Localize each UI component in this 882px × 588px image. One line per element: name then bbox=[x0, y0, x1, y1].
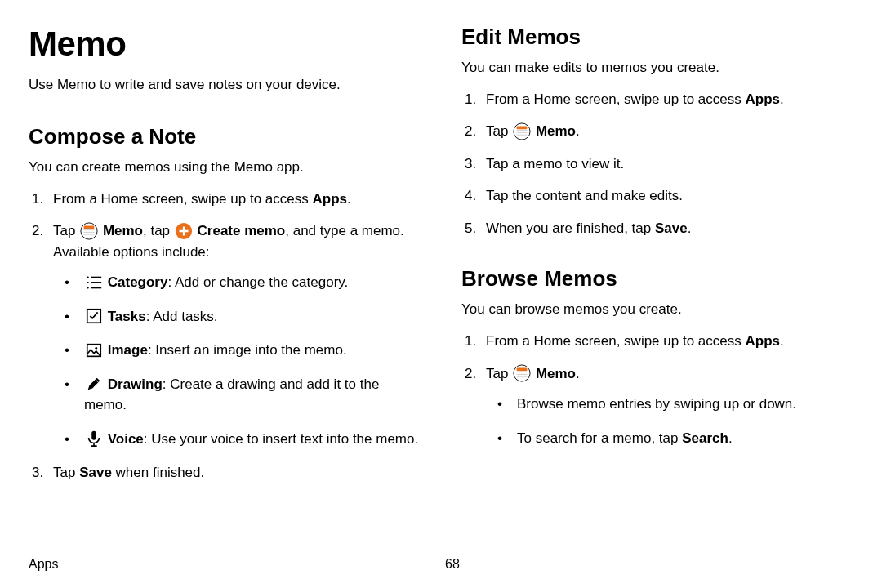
edit-step-1: From a Home screen, swipe up to access A… bbox=[461, 89, 853, 110]
browse-desc: You can browse memos you create. bbox=[461, 300, 853, 319]
svg-point-14 bbox=[95, 346, 97, 349]
memo-icon bbox=[513, 364, 531, 382]
svg-point-16 bbox=[514, 123, 530, 140]
browse-subitems: Browse memo entries by swiping up or dow… bbox=[486, 394, 853, 448]
browse-sub-1: Browse memo entries by swiping up or dow… bbox=[486, 394, 853, 415]
compose-heading: Compose a Note bbox=[29, 124, 421, 149]
memo-icon bbox=[513, 122, 531, 140]
svg-rect-23 bbox=[517, 372, 528, 372]
svg-rect-15 bbox=[91, 431, 96, 440]
compose-steps: From a Home screen, swipe up to access A… bbox=[29, 189, 421, 483]
svg-rect-2 bbox=[84, 229, 95, 230]
footer-page-number: 68 bbox=[437, 557, 853, 572]
option-tasks: Tasks: Add tasks. bbox=[53, 306, 421, 327]
footer-section: Apps bbox=[29, 557, 437, 572]
edit-heading: Edit Memos bbox=[461, 24, 853, 50]
edit-step-2: Tap Memo. bbox=[461, 121, 853, 142]
option-voice: Voice: Use your voice to insert text int… bbox=[53, 429, 421, 450]
svg-rect-3 bbox=[84, 232, 95, 233]
compose-step-1: From a Home screen, swipe up to access A… bbox=[29, 189, 421, 210]
edit-steps: From a Home screen, swipe up to access A… bbox=[461, 89, 853, 239]
memo-icon bbox=[80, 222, 98, 240]
svg-rect-7 bbox=[91, 276, 101, 278]
svg-point-6 bbox=[87, 276, 89, 278]
svg-rect-4 bbox=[84, 234, 95, 234]
svg-rect-19 bbox=[517, 132, 528, 133]
right-column: Edit Memos You can make edits to memos y… bbox=[461, 24, 853, 511]
svg-rect-18 bbox=[517, 130, 528, 131]
page-footer: Apps 68 bbox=[29, 557, 853, 572]
browse-heading: Browse Memos bbox=[461, 266, 853, 292]
svg-rect-22 bbox=[517, 368, 528, 372]
left-column: Memo Use Memo to write and save notes on… bbox=[29, 24, 421, 511]
option-category: Category: Add or change the category. bbox=[53, 272, 421, 293]
compose-section: Compose a Note You can create memos usin… bbox=[29, 124, 421, 483]
tasks-icon bbox=[85, 307, 103, 325]
svg-point-21 bbox=[514, 365, 530, 381]
edit-step-3: Tap a memo to view it. bbox=[461, 154, 853, 175]
svg-rect-24 bbox=[517, 374, 528, 375]
svg-rect-11 bbox=[91, 287, 101, 288]
page-title: Memo bbox=[29, 24, 421, 64]
voice-icon bbox=[85, 430, 103, 448]
option-drawing: Drawing: Create a drawing and add it to … bbox=[53, 374, 421, 416]
svg-rect-9 bbox=[91, 282, 101, 283]
edit-section: Edit Memos You can make edits to memos y… bbox=[461, 24, 853, 238]
compose-step-2: Tap Memo, tap Create memo, and type a me… bbox=[29, 220, 421, 449]
browse-sub-2: To search for a memo, tap Search. bbox=[486, 428, 853, 449]
category-icon bbox=[85, 274, 103, 292]
svg-rect-25 bbox=[517, 376, 528, 377]
compose-desc: You can create memos using the Memo app. bbox=[29, 158, 421, 177]
option-image: Image: Insert an image into the memo. bbox=[53, 340, 421, 361]
svg-rect-17 bbox=[517, 126, 528, 129]
browse-steps: From a Home screen, swipe up to access A… bbox=[461, 331, 853, 448]
svg-rect-1 bbox=[84, 225, 95, 229]
svg-point-10 bbox=[87, 287, 89, 288]
edit-step-4: Tap the content and make edits. bbox=[461, 185, 853, 207]
compose-options: Category: Add or change the category. Ta… bbox=[53, 272, 421, 449]
drawing-icon bbox=[85, 375, 103, 393]
browse-step-2: Tap Memo. Browse memo entries by swiping… bbox=[461, 363, 853, 449]
edit-desc: You can make edits to memos you create. bbox=[461, 58, 853, 78]
compose-step-3: Tap Save when finished. bbox=[29, 462, 421, 483]
create-memo-icon bbox=[175, 222, 193, 240]
browse-section: Browse Memos You can browse memos you cr… bbox=[461, 266, 853, 448]
image-icon bbox=[85, 341, 103, 359]
edit-step-5: When you are finished, tap Save. bbox=[461, 218, 853, 239]
svg-rect-20 bbox=[517, 134, 528, 135]
browse-step-1: From a Home screen, swipe up to access A… bbox=[461, 331, 853, 352]
svg-point-8 bbox=[87, 282, 89, 283]
intro-text: Use Memo to write and save notes on your… bbox=[29, 75, 421, 95]
svg-point-0 bbox=[81, 223, 97, 239]
